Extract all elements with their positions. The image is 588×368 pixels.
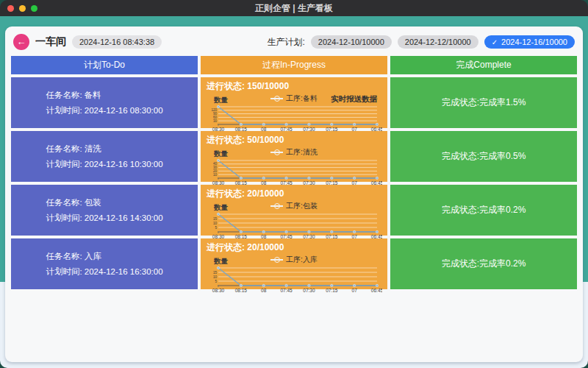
complete-status: 完成状态:完成率0.2% — [442, 258, 526, 270]
plan-option-2024-12-16-selected[interactable]: ✓ 2024-12-16/10000 — [484, 35, 575, 49]
progress-card: 进行状态: 20/10000 数量 工序:包装 5101508:3008:150… — [201, 185, 387, 236]
legend-label: 工序:入库 — [286, 255, 318, 265]
svg-text:30: 30 — [213, 166, 218, 169]
titlebar: 正则企管 | 生产看板 — [0, 0, 588, 16]
column-header-in-progress: 过程In-Progress — [201, 56, 387, 74]
chart-legend: 工序:备料 — [270, 93, 318, 104]
complete-status: 完成状态:完成率1.5% — [442, 96, 526, 109]
back-button[interactable]: ← — [13, 34, 29, 50]
svg-text:10: 10 — [213, 275, 218, 279]
plan-option-2024-12-10[interactable]: 2024-12-10/10000 — [311, 35, 392, 49]
back-arrow-icon: ← — [17, 36, 26, 47]
kanban-board: 计划To-Do 过程In-Progress 完成Complete 任务名称: 备… — [11, 56, 577, 289]
chart-y-axis-title: 数量 — [214, 257, 228, 266]
check-icon: ✓ — [492, 38, 498, 46]
fullscreen-button[interactable] — [31, 5, 37, 12]
timestamp-badge: 2024-12-16 08:43:38 — [72, 35, 162, 49]
line-chart: 5101508:3008:150807:4507:3007:150706:45 — [206, 210, 382, 240]
svg-text:90: 90 — [213, 112, 218, 116]
chart-y-axis-title: 数量 — [214, 149, 228, 159]
progress-status: 进行状态: 20/10000 — [207, 241, 383, 254]
window-title: 正则企管 | 生产看板 — [255, 2, 333, 15]
todo-card: 任务名称: 入库 计划时间: 2024-12-16 16:30:00 — [11, 238, 198, 289]
task-name: 任务名称: 包装 — [46, 195, 162, 210]
dashboard-panel: ← 一车间 2024-12-16 08:43:38 生产计划: 2024-12-… — [5, 26, 583, 362]
svg-text:15: 15 — [213, 271, 218, 275]
legend-label: 工序:包装 — [286, 201, 318, 211]
column-header-todo: 计划To-Do — [11, 56, 198, 74]
line-series-marker-icon — [270, 203, 283, 208]
chart-legend: 工序:清洗 — [270, 147, 318, 158]
chart-y-axis-title: 数量 — [214, 96, 228, 105]
svg-text:07:15: 07:15 — [326, 288, 338, 293]
task-name: 任务名称: 清洗 — [46, 141, 162, 156]
line-series-marker-icon — [270, 257, 283, 262]
svg-text:20: 20 — [213, 169, 218, 173]
legend-label: 工序:备料 — [286, 93, 318, 104]
progress-status: 进行状态: 50/10000 — [207, 134, 383, 146]
realtime-data-badge: 实时报送数据 — [331, 94, 377, 105]
svg-text:06:45: 06:45 — [371, 288, 382, 293]
column-header-complete: 完成Complete — [390, 56, 577, 74]
todo-card: 任务名称: 备料 计划时间: 2024-12-16 08:30:00 — [11, 77, 198, 128]
complete-card: 完成状态:完成率0.2% — [390, 238, 577, 289]
svg-text:40: 40 — [213, 162, 218, 166]
progress-card: 进行状态: 50/10000 数量 工序:清洗 1020304008:3008:… — [201, 131, 387, 182]
svg-text:10: 10 — [213, 173, 218, 177]
svg-text:5: 5 — [215, 226, 217, 230]
svg-text:07: 07 — [352, 288, 358, 293]
plan-option-label: 2024-12-16/10000 — [501, 38, 567, 46]
minimize-button[interactable] — [19, 5, 26, 12]
legend-label: 工序:清洗 — [286, 147, 318, 158]
complete-status: 完成状态:完成率0.2% — [442, 204, 526, 216]
complete-card: 完成状态:完成率0.5% — [390, 131, 577, 182]
svg-text:10: 10 — [213, 222, 218, 225]
plan-time: 计划时间: 2024-12-16 14:30:00 — [46, 210, 162, 225]
toolbar: ← 一车间 2024-12-16 08:43:38 生产计划: 2024-12-… — [11, 32, 577, 52]
plan-time: 计划时间: 2024-12-16 08:30:00 — [46, 103, 162, 118]
line-chart: 1020304008:3008:150807:4507:3007:150706:… — [206, 157, 382, 186]
todo-card: 任务名称: 清洗 计划时间: 2024-12-16 10:30:00 — [11, 131, 198, 182]
todo-card: 任务名称: 包装 计划时间: 2024-12-16 14:30:00 — [11, 185, 198, 236]
progress-card: 进行状态: 150/10000 数量 工序:备料 实时报送数据 30609012… — [201, 77, 387, 128]
svg-text:08:15: 08:15 — [235, 288, 248, 293]
plan-label: 生产计划: — [268, 36, 305, 49]
complete-status: 完成状态:完成率0.5% — [442, 150, 526, 163]
line-chart: 5101508:3008:150807:4507:3007:150706:45 — [206, 264, 382, 294]
progress-card: 进行状态: 20/10000 数量 工序:入库 5101508:3008:150… — [201, 238, 387, 289]
svg-text:08:30: 08:30 — [212, 288, 225, 293]
line-series-marker-icon — [270, 96, 283, 101]
progress-status: 进行状态: 20/10000 — [207, 188, 383, 200]
progress-status: 进行状态: 150/10000 — [207, 80, 383, 93]
complete-card: 完成状态:完成率1.5% — [390, 77, 577, 128]
chart-legend: 工序:包装 — [270, 201, 318, 211]
line-series-marker-icon — [270, 149, 283, 155]
task-name: 任务名称: 入库 — [46, 249, 162, 263]
plan-option-2024-12-12[interactable]: 2024-12-12/10000 — [398, 35, 478, 49]
plan-time: 计划时间: 2024-12-16 16:30:00 — [46, 264, 162, 279]
svg-text:5: 5 — [215, 280, 217, 283]
line-chart: 30609012008:3008:150807:4507:3007:150706… — [206, 103, 382, 132]
svg-text:08: 08 — [261, 288, 267, 293]
task-name: 任务名称: 备料 — [46, 88, 162, 102]
plan-time: 计划时间: 2024-12-16 10:30:00 — [46, 157, 162, 171]
svg-text:30: 30 — [213, 119, 218, 123]
app-window: 正则企管 | 生产看板 ← 一车间 2024-12-16 08:43:38 生产… — [0, 0, 588, 368]
complete-card: 完成状态:完成率0.2% — [390, 185, 577, 236]
svg-text:15: 15 — [213, 217, 218, 221]
workshop-title: 一车间 — [35, 35, 66, 49]
page-background: ← 一车间 2024-12-16 08:43:38 生产计划: 2024-12-… — [0, 16, 588, 368]
svg-text:07:30: 07:30 — [303, 288, 315, 293]
svg-text:120: 120 — [211, 108, 217, 112]
chart-legend: 工序:入库 — [270, 255, 318, 265]
svg-text:60: 60 — [213, 116, 218, 119]
svg-text:07:45: 07:45 — [280, 288, 293, 293]
close-button[interactable] — [7, 5, 14, 12]
traffic-lights — [7, 5, 37, 12]
chart-y-axis-title: 数量 — [214, 203, 228, 213]
